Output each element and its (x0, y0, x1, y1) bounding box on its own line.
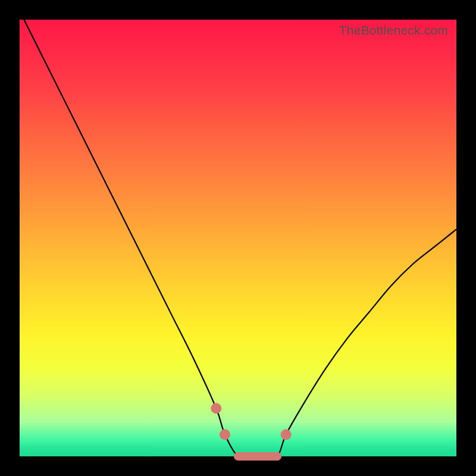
curve-svg (20, 20, 456, 456)
marker-dot (273, 452, 281, 461)
marker-dot (281, 429, 292, 440)
marker-dot (220, 429, 230, 440)
plot-area: TheBottleneck.com (20, 20, 456, 456)
marker-dot (234, 452, 242, 461)
chart-frame: TheBottleneck.com (0, 0, 476, 476)
marker-dot (211, 403, 221, 414)
bottleneck-curve (20, 11, 456, 458)
marker-dot (260, 452, 268, 461)
marker-dot (247, 452, 255, 461)
